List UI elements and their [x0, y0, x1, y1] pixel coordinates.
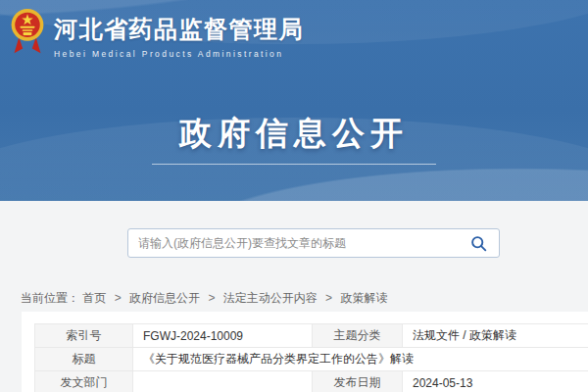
field-value-publish-date: 2024-05-13	[403, 371, 588, 392]
field-label-topic-category: 主题分类	[313, 324, 403, 348]
field-label-issuing-department: 发文部门	[35, 371, 133, 392]
search-bar	[127, 228, 500, 258]
document-info-table: 索引号 FGWJ-2024-10009 主题分类 法规文件 / 政策解读 标题 …	[34, 323, 588, 392]
breadcrumb-separator: >	[208, 291, 215, 305]
page: 河北省药品监督管理局 Hebei Medical Products Admini…	[0, 0, 588, 392]
field-value-topic-category: 法规文件 / 政策解读	[403, 324, 588, 348]
agency-name: 河北省药品监督管理局	[54, 14, 304, 45]
breadcrumb-prefix: 当前位置：	[21, 291, 79, 305]
breadcrumb-item-home[interactable]: 首页	[82, 291, 106, 305]
search-icon[interactable]	[470, 235, 487, 252]
site-banner: 河北省药品监督管理局 Hebei Medical Products Admini…	[0, 0, 588, 201]
breadcrumb: 当前位置： 首页 > 政府信息公开 > 法定主动公开内容 > 政策解读	[21, 290, 387, 307]
field-label-publish-date: 发布日期	[313, 371, 403, 392]
agency-name-english: Hebei Medical Products Administration	[54, 49, 304, 59]
field-value-issuing-department	[133, 371, 313, 392]
table-row: 标题 《关于规范医疗器械产品分类界定工作的公告》解读	[35, 348, 588, 371]
content-panel: 索引号 FGWJ-2024-10009 主题分类 法规文件 / 政策解读 标题 …	[22, 312, 588, 392]
field-label-index-number: 索引号	[35, 324, 133, 348]
brand-text: 河北省药品监督管理局 Hebei Medical Products Admini…	[54, 8, 304, 59]
field-label-title: 标题	[35, 348, 133, 371]
breadcrumb-item-statutory-disclosure[interactable]: 法定主动公开内容	[223, 291, 318, 305]
site-logo[interactable]: 河北省药品监督管理局 Hebei Medical Products Admini…	[10, 8, 304, 61]
breadcrumb-item-policy-interpretation[interactable]: 政策解读	[340, 291, 387, 305]
banner-title-divider	[152, 164, 436, 165]
banner-title: 政府信息公开	[0, 112, 588, 156]
search-input[interactable]	[128, 229, 470, 257]
field-value-index-number: FGWJ-2024-10009	[133, 324, 313, 348]
breadcrumb-separator: >	[325, 291, 332, 305]
breadcrumb-item-gov-info[interactable]: 政府信息公开	[129, 291, 200, 305]
breadcrumb-separator: >	[115, 291, 122, 305]
china-national-emblem-icon	[10, 8, 45, 61]
table-row: 发文部门 发布日期 2024-05-13	[35, 371, 588, 392]
table-row: 索引号 FGWJ-2024-10009 主题分类 法规文件 / 政策解读	[35, 324, 588, 348]
field-value-title: 《关于规范医疗器械产品分类界定工作的公告》解读	[133, 348, 588, 371]
